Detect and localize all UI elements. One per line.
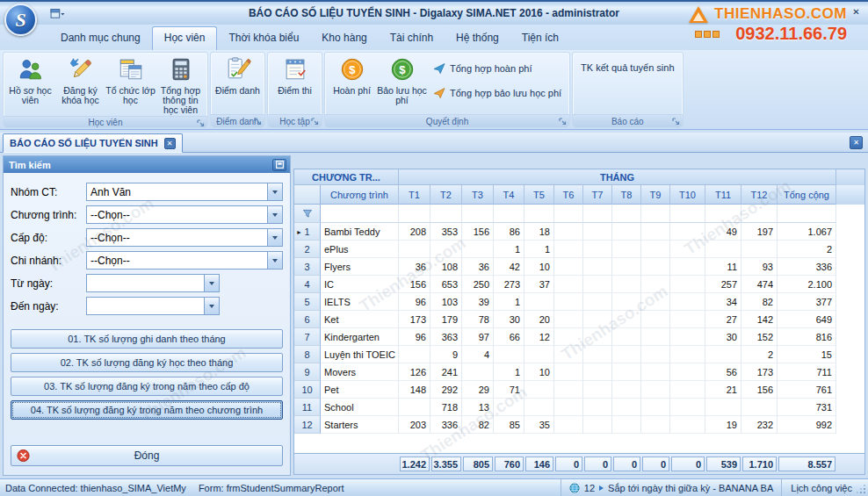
value-cell[interactable] bbox=[554, 293, 583, 311]
value-cell[interactable]: 173 bbox=[399, 311, 430, 328]
value-cell[interactable] bbox=[554, 241, 583, 258]
value-cell[interactable] bbox=[462, 241, 494, 258]
value-cell[interactable]: 34 bbox=[705, 293, 741, 311]
value-cell[interactable] bbox=[612, 276, 641, 293]
dialog-launcher-icon[interactable] bbox=[253, 117, 263, 126]
value-cell[interactable]: 27 bbox=[705, 311, 741, 328]
value-cell[interactable] bbox=[430, 241, 462, 258]
ribbon-button-ho-so-hoc-vien[interactable]: Hồ sơ học viên bbox=[5, 54, 55, 115]
filter-cell[interactable] bbox=[778, 205, 836, 223]
value-cell[interactable] bbox=[641, 293, 670, 311]
value-cell[interactable]: 56 bbox=[705, 363, 741, 381]
grid-row[interactable]: 7Kindergarten9636397661230152816 bbox=[294, 328, 864, 346]
value-cell[interactable]: 336 bbox=[430, 416, 462, 434]
row-total-cell[interactable]: 2 bbox=[778, 241, 836, 258]
row-total-cell[interactable]: 377 bbox=[778, 293, 836, 311]
document-tab[interactable]: BÁO CÁO SỐ LIỆU TUYỂN SINH bbox=[3, 133, 183, 153]
value-cell[interactable] bbox=[670, 381, 705, 399]
value-cell[interactable] bbox=[583, 346, 612, 363]
value-cell[interactable] bbox=[554, 223, 583, 241]
value-cell[interactable] bbox=[641, 223, 670, 241]
grid-row[interactable]: 6Ket17317978302027142649 bbox=[294, 311, 864, 328]
report-button-01[interactable]: 01. TK số lượng ghi danh theo tháng bbox=[11, 329, 283, 349]
resize-grip-icon[interactable] bbox=[856, 484, 866, 494]
value-cell[interactable] bbox=[554, 276, 583, 293]
value-cell[interactable] bbox=[554, 328, 583, 346]
value-cell[interactable] bbox=[554, 258, 583, 276]
value-cell[interactable]: 353 bbox=[430, 223, 462, 241]
value-cell[interactable]: 82 bbox=[462, 416, 494, 434]
row-indicator[interactable]: 6 bbox=[294, 311, 321, 328]
value-cell[interactable]: 20 bbox=[524, 311, 554, 328]
value-cell[interactable] bbox=[612, 363, 641, 381]
grid-row[interactable]: 9Movers12624111056173711 bbox=[294, 363, 864, 381]
row-total-cell[interactable]: 711 bbox=[778, 363, 836, 381]
value-cell[interactable] bbox=[583, 381, 612, 399]
program-name-cell[interactable]: Bambi Teddy bbox=[321, 223, 399, 241]
value-cell[interactable] bbox=[670, 293, 705, 311]
value-cell[interactable]: 241 bbox=[430, 363, 462, 381]
menu-tab-thoi-khoa-bieu[interactable]: Thời khóa biểu bbox=[217, 27, 310, 50]
menu-tab-danh-muc-chung[interactable]: Danh mục chung bbox=[49, 27, 152, 50]
value-cell[interactable]: 78 bbox=[462, 311, 494, 328]
ribbon-button-diem-danh[interactable]: Điểm danh bbox=[213, 54, 263, 113]
program-name-cell[interactable]: Luyện thi TOEIC bbox=[321, 346, 399, 363]
ribbon-button-diem-thi[interactable]: Điểm thi bbox=[270, 54, 320, 113]
value-cell[interactable]: 39 bbox=[462, 293, 494, 311]
ribbon-button-tong-hop-thong-tin-hoc-vien[interactable]: Tổng hợp thông tin học viên bbox=[156, 54, 206, 115]
filter-cell[interactable] bbox=[741, 205, 778, 223]
dropdown-button[interactable] bbox=[267, 252, 282, 269]
value-cell[interactable]: 156 bbox=[741, 381, 778, 399]
tabstrip-close-button[interactable] bbox=[850, 136, 863, 149]
value-cell[interactable]: 30 bbox=[705, 328, 741, 346]
grid-row[interactable]: 12Starters20333682853519232992 bbox=[294, 416, 864, 434]
value-cell[interactable] bbox=[612, 258, 641, 276]
row-total-cell[interactable]: 2.100 bbox=[778, 276, 836, 293]
value-cell[interactable] bbox=[494, 346, 524, 363]
value-cell[interactable] bbox=[641, 381, 670, 399]
ribbon-button-bao-luu-hoc-phi[interactable]: $Bảo lưu học phí bbox=[377, 54, 427, 113]
close-button[interactable]: Đóng bbox=[11, 445, 283, 466]
window-close-button[interactable] bbox=[849, 5, 864, 18]
value-cell[interactable] bbox=[705, 241, 741, 258]
column-header-t5[interactable]: T5 bbox=[524, 185, 554, 205]
value-cell[interactable]: 653 bbox=[430, 276, 462, 293]
row-indicator[interactable]: 4 bbox=[294, 276, 321, 293]
value-cell[interactable]: 96 bbox=[399, 293, 430, 311]
value-cell[interactable]: 156 bbox=[462, 223, 494, 241]
value-cell[interactable] bbox=[583, 363, 612, 381]
column-header-tong-cong[interactable]: Tổng cộng bbox=[778, 185, 836, 205]
value-cell[interactable]: 1 bbox=[494, 363, 524, 381]
value-cell[interactable]: 203 bbox=[399, 416, 430, 434]
value-cell[interactable]: 148 bbox=[399, 381, 430, 399]
value-cell[interactable]: 96 bbox=[399, 328, 430, 346]
row-indicator[interactable]: 8 bbox=[294, 346, 321, 363]
value-cell[interactable]: 292 bbox=[430, 381, 462, 399]
program-name-cell[interactable]: Kindergarten bbox=[321, 328, 399, 346]
row-total-cell[interactable]: 15 bbox=[778, 346, 836, 363]
value-cell[interactable]: 2 bbox=[741, 346, 778, 363]
filter-cell[interactable] bbox=[583, 205, 612, 223]
value-cell[interactable]: 108 bbox=[430, 258, 462, 276]
value-cell[interactable] bbox=[612, 241, 641, 258]
value-cell[interactable]: 10 bbox=[524, 363, 554, 381]
value-cell[interactable]: 250 bbox=[462, 276, 494, 293]
cap-do-combobox[interactable]: --Chọn-- bbox=[86, 228, 283, 247]
value-cell[interactable]: 82 bbox=[741, 293, 778, 311]
value-cell[interactable]: 208 bbox=[399, 223, 430, 241]
value-cell[interactable]: 103 bbox=[430, 293, 462, 311]
dropdown-button[interactable] bbox=[267, 183, 282, 200]
value-cell[interactable]: 85 bbox=[494, 416, 524, 434]
program-name-cell[interactable]: Pet bbox=[321, 381, 399, 399]
notification-area[interactable]: 12 Sắp tới ngày thi giữa kỳ - BANANA BA bbox=[561, 479, 781, 496]
ribbon-button-dang-ky-khoa-hoc[interactable]: Đăng ký khóa học bbox=[55, 54, 105, 115]
value-cell[interactable] bbox=[641, 241, 670, 258]
chi-nhanh-combobox[interactable]: --Chọn-- bbox=[86, 251, 283, 270]
value-cell[interactable] bbox=[583, 328, 612, 346]
value-cell[interactable] bbox=[583, 276, 612, 293]
column-header-t3[interactable]: T3 bbox=[462, 185, 494, 205]
value-cell[interactable] bbox=[612, 399, 641, 416]
row-total-cell[interactable]: 761 bbox=[778, 381, 836, 399]
value-cell[interactable]: 142 bbox=[741, 311, 778, 328]
value-cell[interactable]: 37 bbox=[524, 276, 554, 293]
